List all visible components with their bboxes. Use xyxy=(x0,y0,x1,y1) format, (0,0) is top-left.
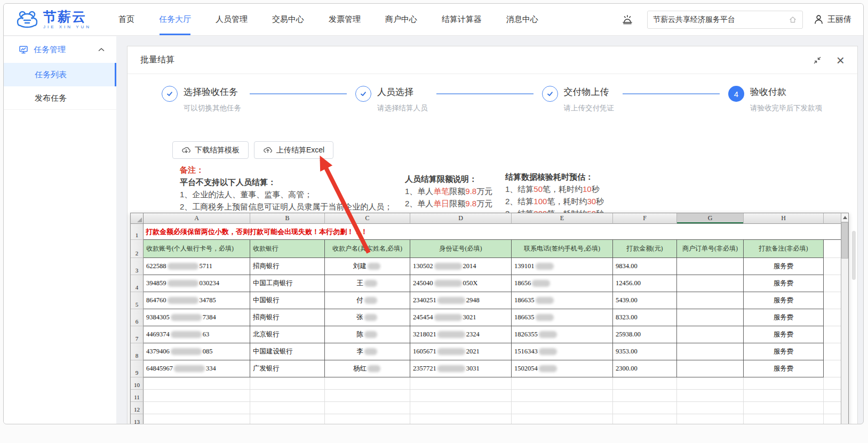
row-number: 6 xyxy=(131,309,144,326)
app-frame: 节薪云 JIE XIN YUN 首页 任务大厅 人员管理 交易中心 发票管理 商… xyxy=(3,3,864,424)
sheet-header-cell: 联系电话(签约手机号,必填) xyxy=(512,240,613,258)
col-letter-D: D xyxy=(410,213,512,224)
sheet-cell xyxy=(824,240,841,258)
sheet-data-cell: 陈 xyxy=(325,326,410,343)
col-letter-H: H xyxy=(744,213,824,224)
sheet-header-cell: 打款金额(元) xyxy=(613,240,677,258)
sheet-data-cell: 付 xyxy=(325,292,410,309)
sheet-scrollbar-thumb xyxy=(841,222,848,259)
sheet-data-cell: 6225885711 xyxy=(144,258,250,275)
fullscreen-toggle-icon[interactable] xyxy=(813,56,822,65)
nav-item-settlement-calculator[interactable]: 结算计算器 xyxy=(429,4,494,35)
sheet-data-cell xyxy=(677,309,744,326)
sheet-data-cell xyxy=(677,292,744,309)
sheet-cell xyxy=(144,402,250,414)
sheet-header-cell: 收款账号(个人银行卡号，必填) xyxy=(144,240,250,258)
row-number: 11 xyxy=(131,390,144,402)
sidebar-item-task-list[interactable]: 任务列表 xyxy=(4,63,116,86)
nav-item-merchant-center[interactable]: 商户中心 xyxy=(373,4,429,35)
stepper: 选择验收任务 可以切换其他任务 人员选择 请选择结算人员 xyxy=(162,86,822,113)
step-personnel: 人员选择 请选择结算人员 xyxy=(355,86,428,113)
modal-scrollbar-thumb[interactable] xyxy=(852,231,856,280)
redacted-blur xyxy=(532,280,550,287)
row-number: 3 xyxy=(131,258,144,275)
sheet-data-cell xyxy=(677,258,744,275)
step-select-task: 选择验收任务 可以切换其他任务 xyxy=(162,86,241,113)
sheet-data-cell: 服务费 xyxy=(744,309,824,326)
row-number: 1 xyxy=(131,224,144,240)
close-icon[interactable]: × xyxy=(837,53,845,67)
sheet-data-cell: 8323.00 xyxy=(613,309,677,326)
sheet-cell xyxy=(325,402,410,414)
upload-excel-button[interactable]: 上传结算Excel xyxy=(254,141,333,159)
nav-item-home[interactable]: 首页 xyxy=(106,4,147,35)
sheet-cell xyxy=(824,343,841,360)
nav-item-personnel[interactable]: 人员管理 xyxy=(203,4,260,35)
limits-title: 人员结算限额说明： xyxy=(405,173,492,185)
download-template-label: 下载结算模板 xyxy=(195,146,240,155)
nav-item-message-center[interactable]: 消息中心 xyxy=(494,4,551,35)
step-label: 交付物上传 xyxy=(564,86,615,98)
sheet-data-cell: 186635 xyxy=(512,309,613,326)
sheet-cell xyxy=(677,414,744,424)
estimates-title: 结算数据核验耗时预估： xyxy=(505,171,604,183)
sheet-data-cell: 93843057384 xyxy=(144,309,250,326)
step-check-icon xyxy=(162,86,178,102)
step-check-icon xyxy=(355,86,371,102)
redacted-blur xyxy=(536,263,554,270)
sheet-data-cell: 186635 xyxy=(512,292,613,309)
sheet-data-cell: 1305022014 xyxy=(410,258,512,275)
sheet-cell xyxy=(410,402,512,414)
sheet-data-cell: 服务费 xyxy=(744,275,824,292)
brand-subtitle: JIE XIN YUN xyxy=(43,25,91,29)
nav-item-task-hall[interactable]: 任务大厅 xyxy=(147,4,203,35)
sheet-cell xyxy=(824,402,841,414)
sheet-cell xyxy=(824,414,841,424)
sheet-data-cell: 1826355 xyxy=(512,326,613,343)
sheet-cell xyxy=(824,292,841,309)
sheet-data-cell: 9353.00 xyxy=(613,343,677,360)
redacted-blur xyxy=(434,263,462,270)
sheet-cell xyxy=(824,309,841,326)
sheet-data-cell: 1516343 xyxy=(512,343,613,360)
sheet-grid: ABCDEFGH1打款金额必须保留两位小数，否则打款可能会出现失败！本行勿删！！… xyxy=(131,213,841,424)
sheet-data-cell: 25938.00 xyxy=(613,326,677,343)
user-menu[interactable]: 王丽倩 xyxy=(814,14,851,25)
sheet-cell xyxy=(250,390,325,402)
sheet-data-cell: 2454543021 xyxy=(410,309,512,326)
row-number: 9 xyxy=(131,360,144,377)
nav-item-invoice[interactable]: 发票管理 xyxy=(316,4,373,35)
notification-bell-icon[interactable] xyxy=(622,14,633,26)
sheet-data-cell: 245040050X xyxy=(410,275,512,292)
note-line: 1、单人单笔限额9.8万元 xyxy=(405,185,492,197)
step-number-badge: 4 xyxy=(728,86,744,102)
sheet-cell xyxy=(744,402,824,414)
cloud-upload-icon xyxy=(263,146,273,154)
notes-subtitle: 平台不支持以下人员结算： xyxy=(180,176,392,188)
col-letter-G: G xyxy=(677,213,744,224)
col-letter-B: B xyxy=(250,213,325,224)
download-template-button[interactable]: 下载结算模板 xyxy=(172,141,249,159)
sheet-cell xyxy=(410,414,512,424)
sheet-data-cell: 服务费 xyxy=(744,258,824,275)
row-number: 13 xyxy=(131,414,144,424)
sheet-cell xyxy=(613,377,677,390)
redacted-blur xyxy=(364,297,377,304)
redacted-blur xyxy=(539,331,557,338)
user-avatar-icon xyxy=(814,14,824,25)
sheet-data-cell: 服务费 xyxy=(744,292,824,309)
note-line: 2、结算100笔，耗时约30秒 xyxy=(505,195,604,207)
sheet-cell xyxy=(144,414,250,424)
redacted-blur xyxy=(437,348,465,355)
sheet-data-cell: 23402512948 xyxy=(410,292,512,309)
sheet-data-cell: 16056712021 xyxy=(410,343,512,360)
redacted-blur xyxy=(168,263,198,270)
step-label: 选择验收任务 xyxy=(184,86,241,98)
sidebar-group-task-management[interactable]: 任务管理 xyxy=(4,36,116,63)
step-label: 人员选择 xyxy=(377,86,428,98)
sidebar-item-publish-task[interactable]: 发布任务 xyxy=(4,86,116,110)
sheet-cell xyxy=(677,390,744,402)
platform-select[interactable]: 节薪云共享经济服务平台 xyxy=(647,11,803,29)
sheet-data-cell: 394859030234 xyxy=(144,275,250,292)
nav-item-trade-center[interactable]: 交易中心 xyxy=(260,4,316,35)
